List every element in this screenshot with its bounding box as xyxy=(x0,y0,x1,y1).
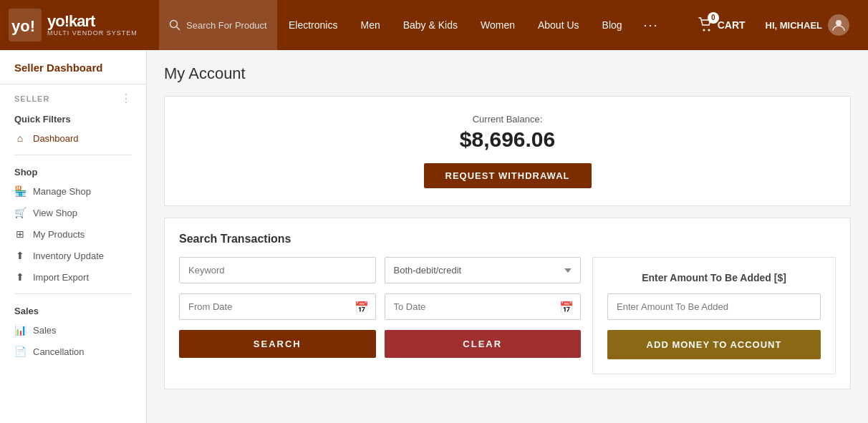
add-money-input[interactable] xyxy=(607,293,821,320)
cart-label: CART xyxy=(718,19,746,31)
user-area[interactable]: HI, MICHAEL xyxy=(756,0,859,50)
header: yo! yo!kart MULTI VENDOR SYSTEM Search F… xyxy=(0,0,868,50)
cart-area[interactable]: 0 CART xyxy=(688,0,756,50)
balance-section: Current Balance: $8,696.06 REQUEST WITHD… xyxy=(164,96,851,206)
nav-link-men[interactable]: Men xyxy=(349,0,391,50)
logo-text: yo!kart MULTI VENDOR SYSTEM xyxy=(47,13,138,37)
svg-point-5 xyxy=(708,29,710,31)
search-left: Both-debit/credit 📅 📅 xyxy=(179,257,581,374)
sidebar-item-inventory-update[interactable]: ⬆ Inventory Update xyxy=(0,245,146,266)
nav-link-women[interactable]: Women xyxy=(469,0,526,50)
home-icon: ⌂ xyxy=(14,132,26,144)
manage-shop-icon: 🏪 xyxy=(14,185,26,197)
my-products-icon: ⊞ xyxy=(14,228,26,240)
cancellation-icon: 📄 xyxy=(14,346,26,357)
form-row-1: Both-debit/credit xyxy=(179,257,581,283)
svg-point-2 xyxy=(170,21,178,28)
manage-shop-label: Manage Shop xyxy=(33,186,91,197)
search-icon xyxy=(169,19,180,31)
form-row-2: 📅 📅 xyxy=(179,293,581,320)
search-transactions-title: Search Transactions xyxy=(179,233,836,245)
seller-section-header: SELLER ⋮ xyxy=(0,84,146,108)
sidebar-item-my-products[interactable]: ⊞ My Products xyxy=(0,223,146,245)
view-shop-icon: 🛒 xyxy=(14,207,26,218)
layout: Seller Dashboard SELLER ⋮ Quick Filters … xyxy=(0,50,868,423)
nav-link-baby-kids[interactable]: Baby & Kids xyxy=(392,0,469,50)
search-placeholder: Search For Product xyxy=(186,20,267,31)
withdrawal-button[interactable]: REQUEST WITHDRAWAL xyxy=(424,163,592,188)
sidebar-divider-2 xyxy=(14,293,132,294)
sidebar-item-manage-shop[interactable]: 🏪 Manage Shop xyxy=(0,180,146,202)
sidebar-item-sales[interactable]: 📊 Sales xyxy=(0,319,146,341)
svg-point-6 xyxy=(836,20,842,26)
quick-filters-label: Quick Filters xyxy=(0,108,146,127)
keyword-input[interactable] xyxy=(179,257,376,283)
search-area[interactable]: Search For Product xyxy=(159,0,277,50)
dashboard-link: Dashboard xyxy=(33,133,79,144)
nav-link-blog[interactable]: Blog xyxy=(591,0,634,50)
page-title: My Account xyxy=(164,64,851,83)
my-products-label: My Products xyxy=(33,229,85,240)
nav-link-about-us[interactable]: About Us xyxy=(526,0,591,50)
logo-main: yo!kart xyxy=(47,13,138,30)
svg-text:yo!: yo! xyxy=(11,17,35,35)
sidebar-divider-1 xyxy=(14,155,132,155)
form-row-buttons: SEARCH CLEAR xyxy=(179,330,581,358)
sidebar-item-cancellation[interactable]: 📄 Cancellation xyxy=(0,341,146,362)
to-date-input[interactable] xyxy=(385,293,582,320)
avatar xyxy=(828,14,849,36)
search-button[interactable]: SEARCH xyxy=(179,330,376,358)
view-shop-label: View Shop xyxy=(33,208,77,218)
from-date-wrap: 📅 xyxy=(179,293,376,320)
from-date-input[interactable] xyxy=(179,293,376,320)
sidebar-title: Seller Dashboard xyxy=(0,62,146,84)
sidebar-item-dashboard[interactable]: ⌂ Dashboard xyxy=(0,127,146,149)
to-date-wrap: 📅 xyxy=(385,293,582,320)
logo-area[interactable]: yo! yo!kart MULTI VENDOR SYSTEM xyxy=(9,9,159,42)
cancellation-label: Cancellation xyxy=(33,346,85,357)
nav-more-dots[interactable]: ··· xyxy=(634,0,669,50)
transaction-type-select[interactable]: Both-debit/credit xyxy=(385,257,582,283)
inventory-icon: ⬆ xyxy=(14,250,26,261)
cart-icon-wrap: 0 xyxy=(698,16,713,34)
sidebar: Seller Dashboard SELLER ⋮ Quick Filters … xyxy=(0,50,147,423)
sales-icon: 📊 xyxy=(14,324,26,336)
seller-dots[interactable]: ⋮ xyxy=(120,92,132,105)
inventory-label: Inventory Update xyxy=(33,251,104,261)
nav-links: Electronics Men Baby & Kids Women About … xyxy=(277,0,688,50)
add-money-button[interactable]: ADD MONEY TO ACCOUNT xyxy=(607,330,821,359)
balance-label: Current Balance: xyxy=(473,114,543,125)
sidebar-item-view-shop[interactable]: 🛒 View Shop xyxy=(0,202,146,223)
add-money-section: Enter Amount To Be Added [$] ADD MONEY T… xyxy=(592,257,836,374)
clear-button[interactable]: CLEAR xyxy=(385,330,582,358)
shop-label: Shop xyxy=(0,161,146,180)
sales-label: Sales xyxy=(0,300,146,319)
import-export-label: Import Export xyxy=(33,272,89,283)
search-grid: Both-debit/credit 📅 📅 xyxy=(179,257,836,374)
seller-label: SELLER xyxy=(14,94,49,103)
logo-icon: yo! xyxy=(9,9,42,42)
user-greeting: HI, MICHAEL xyxy=(766,20,822,31)
main-content: My Account Current Balance: $8,696.06 RE… xyxy=(147,50,868,423)
nav-link-electronics[interactable]: Electronics xyxy=(277,0,349,50)
sales-link-label: Sales xyxy=(33,325,57,336)
svg-line-3 xyxy=(177,27,180,31)
search-transactions-section: Search Transactions Both-debit/credit 📅 xyxy=(164,218,851,389)
sidebar-item-import-export[interactable]: ⬆ Import Export xyxy=(0,266,146,288)
import-export-icon: ⬆ xyxy=(14,271,26,283)
logo-sub: MULTI VENDOR SYSTEM xyxy=(47,30,138,37)
cart-badge: 0 xyxy=(708,12,719,24)
svg-point-4 xyxy=(703,29,705,31)
add-money-title: Enter Amount To Be Added [$] xyxy=(607,272,821,283)
balance-amount: $8,696.06 xyxy=(460,127,555,152)
